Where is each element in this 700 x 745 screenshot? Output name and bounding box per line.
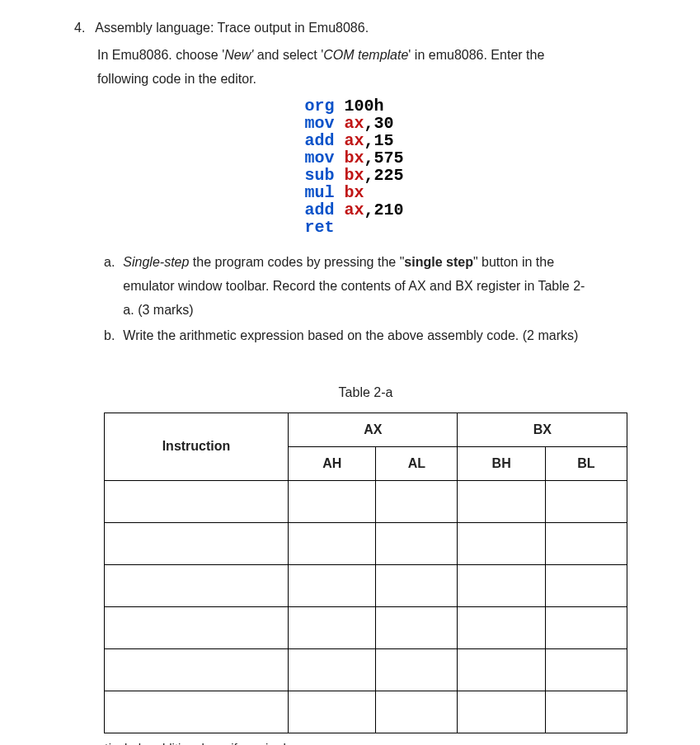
col-ax: AX xyxy=(289,413,458,447)
table-cell-bl xyxy=(545,565,627,607)
table-cell-bl xyxy=(545,691,627,733)
question-number: 4. xyxy=(74,17,85,40)
sub-a-bold: single step xyxy=(404,255,473,269)
intro-text-1c: ' in emu8086. Enter the xyxy=(408,48,544,62)
table-cell-instr xyxy=(105,565,289,607)
sub-a: a. Single-step the program codes by pres… xyxy=(104,251,634,322)
table-row xyxy=(105,565,627,607)
table-cell-ah xyxy=(289,649,376,691)
sub-questions: a. Single-step the program codes by pres… xyxy=(104,251,634,347)
page: 4. Assembly language: Trace output in Em… xyxy=(0,0,700,745)
table-caption: Table 2-a xyxy=(104,381,627,405)
table-cell-bh xyxy=(458,691,545,733)
table-2a-wrap: Table 2-a Instruction AX BX AH AL BH BL … xyxy=(104,381,627,745)
col-al: AL xyxy=(376,447,458,481)
table-cell-ah xyxy=(289,607,376,649)
table-row xyxy=(105,481,627,523)
table-footnote: *include additional row if required xyxy=(104,737,627,745)
table-cell-bh xyxy=(458,607,545,649)
intro-new: New' xyxy=(224,48,253,62)
col-bl: BL xyxy=(545,447,627,481)
table-cell-instr xyxy=(105,691,289,733)
table-cell-ah xyxy=(289,691,376,733)
table-row xyxy=(105,649,627,691)
table-cell-instr xyxy=(105,481,289,523)
code-block: org 100h mov ax,30 add ax,15 mov bx,575 … xyxy=(74,97,634,236)
question-header: 4. Assembly language: Trace output in Em… xyxy=(74,17,634,40)
sub-b: b. Write the arithmetic expression based… xyxy=(104,324,634,348)
table-cell-al xyxy=(376,481,458,523)
intro-text-1b: and select ' xyxy=(253,48,323,62)
table-cell-bl xyxy=(545,649,627,691)
code-listing: org 100h mov ax,30 add ax,15 mov bx,575 … xyxy=(304,97,403,236)
sub-b-letter: b. xyxy=(104,324,115,348)
sub-a-body: Single-step the program codes by pressin… xyxy=(123,251,634,322)
intro-line-2: following code in the editor. xyxy=(97,68,634,92)
table-cell-bh xyxy=(458,565,545,607)
sub-a-line1: Single-step the program codes by pressin… xyxy=(123,251,634,275)
table-cell-bh xyxy=(458,649,545,691)
table-cell-bh xyxy=(458,481,545,523)
intro-line-1: In Emu8086. choose 'New' and select 'COM… xyxy=(97,44,634,68)
sub-a-singlestep: Single-step xyxy=(123,255,189,269)
table-cell-instr xyxy=(105,649,289,691)
table-row xyxy=(105,607,627,649)
intro-text-1a: In Emu8086. choose ' xyxy=(97,48,224,62)
table-cell-al xyxy=(376,649,458,691)
table-cell-al xyxy=(376,523,458,565)
table-row xyxy=(105,523,627,565)
sub-a-line2: emulator window toolbar. Record the cont… xyxy=(123,275,634,299)
table-row xyxy=(105,691,627,733)
sub-a-letter: a. xyxy=(104,251,115,322)
table-cell-bl xyxy=(545,607,627,649)
sub-a-line3: a. (3 marks) xyxy=(123,299,634,323)
table-cell-ah xyxy=(289,523,376,565)
table-cell-ah xyxy=(289,565,376,607)
register-table: Instruction AX BX AH AL BH BL xyxy=(104,413,627,733)
col-bx: BX xyxy=(458,413,627,447)
table-cell-al xyxy=(376,565,458,607)
table-body xyxy=(105,481,627,733)
table-cell-al xyxy=(376,607,458,649)
table-cell-bh xyxy=(458,523,545,565)
table-cell-instr xyxy=(105,523,289,565)
sub-b-body: Write the arithmetic expression based on… xyxy=(123,324,634,348)
col-instruction: Instruction xyxy=(105,413,289,481)
sub-a-post: " button in the xyxy=(473,255,554,269)
table-cell-al xyxy=(376,691,458,733)
table-cell-bl xyxy=(545,481,627,523)
question-title: Assembly language: Trace output in Emu80… xyxy=(95,17,634,40)
col-ah: AH xyxy=(289,447,376,481)
col-bh: BH xyxy=(458,447,545,481)
sub-a-mid: the program codes by pressing the " xyxy=(189,255,404,269)
table-cell-instr xyxy=(105,607,289,649)
table-cell-ah xyxy=(289,481,376,523)
intro-com: COM template xyxy=(323,48,408,62)
table-cell-bl xyxy=(545,523,627,565)
